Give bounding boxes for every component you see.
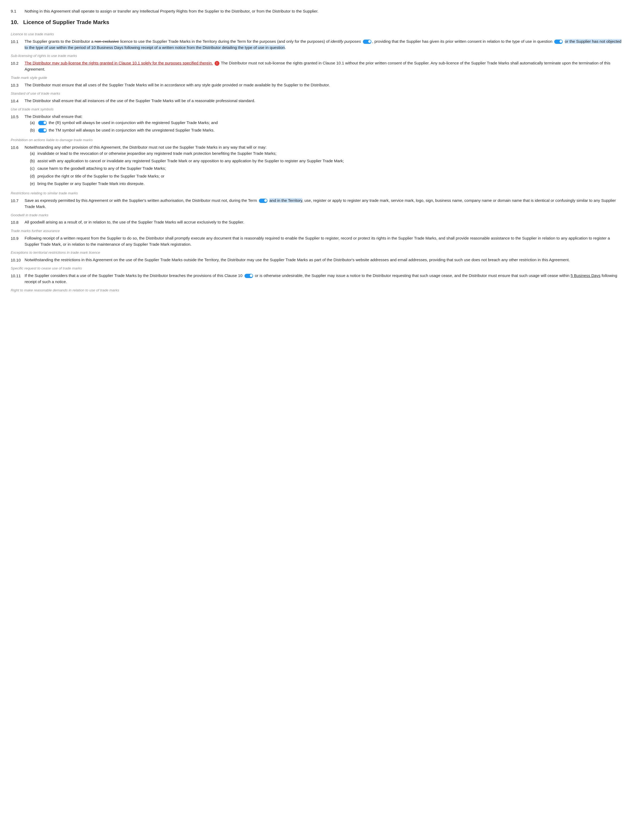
clause-num-10-8: 10.8 (11, 219, 25, 225)
clause-10-7-container: Restrictions relating to similar trade m… (11, 191, 625, 210)
subitem-label-6c: (c) (30, 165, 38, 171)
toggle-r-symbol[interactable] (38, 121, 47, 125)
strikethrough-non-exclusive: non-exclusive (94, 39, 119, 44)
clause-text-10-7: Save as expressly permitted by this Agre… (25, 197, 625, 210)
clause-num-10-6: 10.6 (11, 144, 25, 150)
clause-10-6: 10.6 Notwithstanding any other provision… (11, 144, 625, 188)
clause-text-10-2: The Distributor may sub-license the righ… (25, 60, 625, 73)
subitem-10-6-c: (c) cause harm to the goodwill attaching… (30, 165, 625, 171)
clause-10-10: 10.10 Notwithstanding the restrictions i… (11, 257, 625, 263)
clause-num-10-1: 10.1 (11, 38, 25, 45)
clause-10-4-container: Standard of use of trade marks 10.4 The … (11, 91, 625, 104)
subitem-label-6b: (b) (30, 158, 38, 164)
subitem-label-6a: (a) (30, 150, 38, 156)
clause-10-6-container: Prohibition on actions liable to damage … (11, 137, 625, 188)
clause-10-9-container: Trade marks further assurance 10.9 Follo… (11, 228, 625, 247)
subitem-text-6e: bring the Supplier or any Supplier Trade… (38, 180, 625, 186)
clause-10-3: 10.3 The Distributor must ensure that al… (11, 82, 625, 88)
sublabel-10-8: Goodwill in trade marks (11, 213, 625, 218)
sublabel-10-10: Exceptions to territorial restrictions i… (11, 250, 625, 256)
subitem-text-6c: cause harm to the goodwill attaching to … (38, 165, 625, 171)
clause-10-9: 10.9 Following receipt of a written requ… (11, 235, 625, 248)
subitem-text-6a: invalidate or lead to the revocation of … (38, 150, 625, 156)
clause-num-10-2: 10.2 (11, 60, 25, 66)
clause-10-4: 10.4 The Distributor shall ensure that a… (11, 98, 625, 104)
subitem-10-6-d: (d) prejudice the right or title of the … (30, 173, 625, 179)
subitem-label-6e: (e) (30, 180, 38, 186)
subitem-10-5-b: (b) the TM symbol will always be used in… (30, 127, 625, 133)
clause-text-10-9: Following receipt of a written request f… (25, 235, 625, 248)
subitem-label-6d: (d) (30, 173, 38, 179)
section-title: Licence of Supplier Trade Marks (23, 19, 109, 25)
section-10-header: 10. Licence of Supplier Trade Marks (11, 18, 625, 27)
clause-10-5: 10.5 The Distributor shall ensure that: … (11, 114, 625, 135)
subitem-text-6b: assist with any application to cancel or… (38, 158, 625, 164)
clause-num-10-3: 10.3 (11, 82, 25, 88)
sublabel-10-3: Trade mark style guide (11, 75, 625, 81)
clause-text-10-6: Notwithstanding any other provision of t… (25, 144, 625, 188)
highlighted-territory: and in the Territory (269, 198, 302, 203)
sublabel-10-11: Specific request to cease use of trade m… (11, 266, 625, 272)
subitem-label-a: (a) (30, 120, 38, 126)
toggle-consent[interactable] (554, 39, 563, 44)
clause-10-3-container: Trade mark style guide 10.3 The Distribu… (11, 75, 625, 88)
clause-text-9-1: Nothing in this Agreement shall operate … (25, 8, 318, 14)
toggle-tm-symbol[interactable] (38, 128, 47, 133)
sublabel-10-9: Trade marks further assurance (11, 228, 625, 234)
toggle-clause10-11[interactable] (244, 274, 253, 278)
clause-num-10-4: 10.4 (11, 98, 25, 104)
sublabel-10-2: Sub-licensing of rights to use trade mar… (11, 53, 625, 59)
clause-10-5-container: Use of trade mark symbols 10.5 The Distr… (11, 107, 625, 135)
subitem-10-5-a: (a) the (R) symbol will always be used i… (30, 120, 625, 126)
clause-num-10-7: 10.7 (11, 197, 25, 204)
subitem-label-b: (b) (30, 127, 38, 133)
subitem-text-b: the TM symbol will always be used in con… (38, 127, 625, 133)
section-num: 10. (11, 19, 19, 25)
clause-num-9-1: 9.1 (11, 8, 25, 14)
italic-identify: identify purposes (331, 39, 361, 44)
clause-10-1: 10.1 The Supplier grants to the Distribu… (11, 38, 625, 51)
clause-10-1-container: Licence to use trade marks 10.1 The Supp… (11, 32, 625, 51)
subitem-10-6-b: (b) assist with any application to cance… (30, 158, 625, 164)
business-days-underline: 5 Business Days (570, 273, 600, 278)
subitem-text-6d: prejudice the right or title of the Supp… (38, 173, 625, 179)
clause-10-11: 10.11 If the Supplier considers that a u… (11, 272, 625, 285)
clause-10-8-container: Goodwill in trade marks 10.8 All goodwil… (11, 213, 625, 226)
clause-10-7: 10.7 Save as expressly permitted by this… (11, 197, 625, 210)
clause-text-10-8: All goodwill arising as a result of, or … (25, 219, 625, 225)
clause-num-10-9: 10.9 (11, 235, 25, 242)
clause-10-2: 10.2 The Distributor may sub-license the… (11, 60, 625, 73)
clause-9-1: 9.1 Nothing in this Agreement shall oper… (11, 8, 625, 14)
sublabel-10-5: Use of trade mark symbols (11, 107, 625, 112)
sublabel-10-1: Licence to use trade marks (11, 32, 625, 37)
clause-10-8: 10.8 All goodwill arising as a result of… (11, 219, 625, 225)
clause-text-10-11: If the Supplier considers that a use of … (25, 272, 625, 285)
clause-text-10-3: The Distributor must ensure that all use… (25, 82, 625, 88)
clause-text-10-10: Notwithstanding the restrictions in this… (25, 257, 625, 263)
red-sublicense-text: The Distributor may sub-license the righ… (25, 61, 213, 65)
clause-10-11-container: Specific request to cease use of trade m… (11, 266, 625, 285)
sublabel-final: Right to make reasonable demands in rela… (11, 288, 625, 293)
subitem-text-a: the (R) symbol will always be used in co… (38, 120, 625, 126)
red-circle-icon: ! (214, 61, 219, 66)
clause-text-10-5: The Distributor shall ensure that: (a) t… (25, 114, 625, 135)
clause-num-10-10: 10.10 (11, 257, 25, 263)
clause-num-10-11: 10.11 (11, 272, 25, 279)
clause-10-10-container: Exceptions to territorial restrictions i… (11, 250, 625, 263)
subitem-10-6-e: (e) bring the Supplier or any Supplier T… (30, 180, 625, 186)
clause-text-10-1: The Supplier grants to the Distributor a… (25, 38, 625, 51)
sublabel-10-7: Restrictions relating to similar trade m… (11, 191, 625, 196)
clause-num-10-5: 10.5 (11, 114, 25, 120)
clause-text-10-4: The Distributor shall ensure that all in… (25, 98, 625, 104)
toggle-territory[interactable] (259, 199, 268, 203)
clause-10-2-container: Sub-licensing of rights to use trade mar… (11, 53, 625, 72)
sublabel-10-6: Prohibition on actions liable to damage … (11, 137, 625, 143)
sublabel-10-4: Standard of use of trade marks (11, 91, 625, 96)
subitem-10-6-a: (a) invalidate or lead to the revocation… (30, 150, 625, 156)
toggle-identify[interactable] (363, 39, 372, 44)
